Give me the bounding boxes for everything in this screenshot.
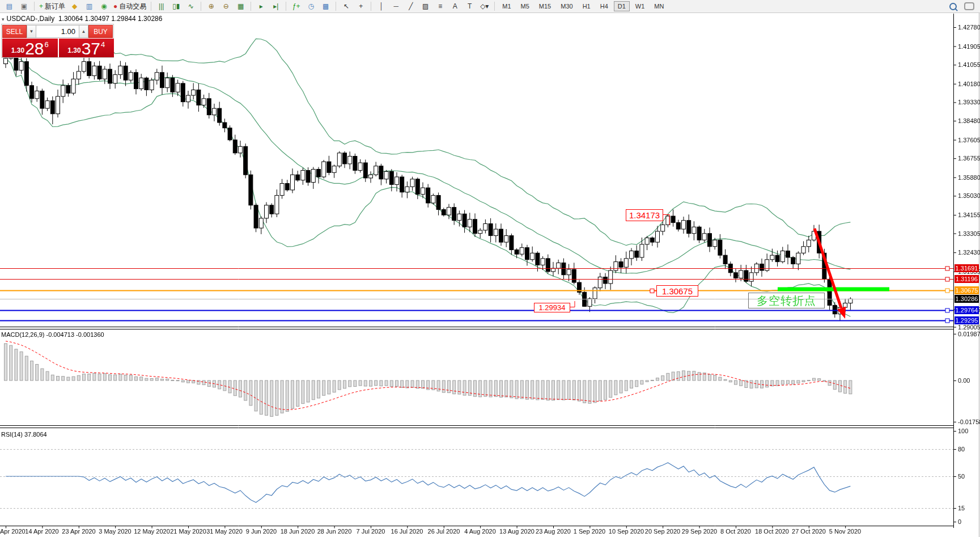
zoom-out-icon[interactable]: ⊖: [219, 1, 233, 12]
data-window-icon[interactable]: ▥: [82, 1, 96, 12]
buy-price-display[interactable]: 1.30 37 4: [59, 39, 114, 57]
text-icon[interactable]: A: [448, 1, 462, 12]
price-level-label: 1.30675: [954, 286, 979, 294]
timeframe-mn[interactable]: MN: [650, 1, 668, 11]
trade-prices-row: 1.30 28 6 1.30 37 4: [2, 39, 114, 57]
sell-price-prefix: 1.30: [11, 46, 24, 54]
line-chart-icon[interactable]: ∿: [184, 1, 198, 12]
periods-icon: ◷: [308, 1, 314, 12]
cursor-icon[interactable]: ↖: [339, 1, 353, 12]
timeframe-w1[interactable]: W1: [631, 1, 649, 11]
navigator-icon[interactable]: ◉: [97, 1, 111, 12]
price-level-label: 1.31691: [954, 264, 979, 272]
indicators-icon: ƒ+: [292, 1, 300, 12]
volume-increase-button[interactable]: ▲: [79, 25, 88, 38]
auto-scroll-icon[interactable]: ▸: [254, 1, 268, 12]
toolbar-separator: [336, 2, 336, 11]
rsi-scale-label: 50: [958, 473, 965, 480]
rsi-scale-label: 15: [958, 505, 965, 511]
cursor-icon: ↖: [343, 1, 349, 12]
equidistant-channel-icon[interactable]: ▨: [418, 1, 432, 12]
peak-price-callout[interactable]: 1.34173: [626, 209, 663, 221]
fibonacci-icon[interactable]: ≡: [433, 1, 447, 12]
data-window-icon: ▥: [86, 1, 92, 12]
volume-decrease-button[interactable]: ▼: [27, 25, 36, 38]
toolbar-separator: [34, 2, 35, 11]
chart-title: ▾USDCAD-,Daily 1.30064 1.30497 1.29844 1…: [2, 15, 162, 23]
candlestick-chart-icon[interactable]: ▯▮: [169, 1, 183, 12]
price-axis-tick: 1.35030: [958, 192, 980, 199]
price-axis-tick: 1.38480: [958, 117, 980, 124]
navigator-icon: ◉: [101, 1, 107, 12]
price-axis-tick: 1.34155: [958, 212, 980, 218]
price-axis-tick: 1.33305: [958, 230, 980, 237]
crosshair-icon: +: [359, 1, 363, 12]
bar-chart-icon[interactable]: |||: [154, 1, 168, 12]
trendline-icon: ╱: [409, 1, 413, 12]
crosshair-icon[interactable]: +: [354, 1, 368, 12]
buy-button[interactable]: BUY: [88, 25, 113, 38]
autotrading-button-label: 自动交易: [119, 2, 146, 11]
zoom-out-icon: ⊖: [223, 1, 229, 12]
profiles-icon[interactable]: ▣: [17, 1, 31, 12]
macd-scale-label: 0.019878: [958, 331, 980, 337]
search-icon[interactable]: [949, 3, 957, 10]
mt4-window: ▤▣+新订单◆▥◉●自动交易|||▯▮∿⊕⊖▦▸▸|ƒ+◷▩↖+│─╱▨≡AT◇…: [0, 0, 980, 537]
toolbar-separator: [251, 2, 251, 11]
vertical-line-icon[interactable]: │: [374, 1, 388, 12]
chart-shift-icon[interactable]: ▸|: [269, 1, 283, 12]
fibonacci-icon: ≡: [438, 1, 442, 12]
chart-ohlc-values: 1.30064 1.30497 1.29844 1.30286: [58, 15, 163, 23]
horizontal-line-icon[interactable]: ─: [389, 1, 403, 12]
autotrading-button[interactable]: ●自动交易: [112, 1, 148, 12]
chat-icon[interactable]: [964, 2, 974, 10]
tile-windows-icon: ▦: [237, 1, 244, 12]
equidistant-channel-icon: ▨: [422, 1, 429, 12]
timeframe-d1[interactable]: D1: [614, 1, 630, 11]
new-order-button: +: [39, 1, 43, 12]
text-label-icon[interactable]: T: [463, 1, 477, 12]
price-axis-tick: 1.37605: [958, 137, 980, 143]
trendline-icon[interactable]: ╱: [404, 1, 418, 12]
marketwatch-icon[interactable]: ◆: [67, 1, 82, 12]
vertical-line-icon: │: [379, 1, 384, 12]
indicators-icon[interactable]: ƒ+: [289, 1, 303, 12]
marketwatch-icon: ◆: [72, 1, 77, 12]
macd-indicator-label: MACD(12,26,9) -0.004713 -0.001360: [1, 331, 104, 338]
support-level-callout[interactable]: 1.30675: [656, 285, 698, 297]
chart-area[interactable]: [0, 0, 980, 537]
bull-bear-turning-point-note[interactable]: 多空转折点: [748, 293, 825, 308]
templates-icon[interactable]: ▩: [319, 1, 333, 12]
low-price-callout[interactable]: 1.29934: [534, 303, 570, 312]
timeframe-m30[interactable]: M30: [557, 1, 576, 11]
timeframe-m15[interactable]: M15: [535, 1, 555, 11]
sell-price-display[interactable]: 1.30 28 6: [2, 39, 58, 57]
volume-input[interactable]: [36, 25, 79, 38]
timeframe-h1[interactable]: H1: [579, 1, 595, 11]
price-axis-tick: 1.32430: [958, 249, 980, 256]
price-level-label: 1.31196: [954, 275, 979, 283]
timeframe-m1[interactable]: M1: [498, 1, 515, 11]
zoom-in-icon[interactable]: ⊕: [204, 1, 218, 12]
periods-icon[interactable]: ◷: [304, 1, 318, 12]
chart-menu-icon[interactable]: ▾: [2, 16, 5, 22]
toolbar-separator: [201, 2, 201, 11]
price-axis-tick: 1.36755: [958, 155, 980, 162]
price-axis-tick: 1.41905: [958, 43, 980, 50]
rsi-scale-label: 0: [958, 518, 961, 525]
timeframe-h4[interactable]: H4: [596, 1, 612, 11]
price-axis-tick: 1.41055: [958, 61, 980, 68]
tile-windows-icon[interactable]: ▦: [234, 1, 248, 12]
sell-button[interactable]: SELL: [2, 25, 27, 38]
rsi-scale-label: 100: [958, 428, 968, 434]
new-order-button[interactable]: +新订单: [37, 1, 67, 12]
profiles-icon: ▣: [21, 1, 27, 12]
bar-chart-icon: |||: [159, 1, 164, 12]
one-click-trading-panel: SELL ▼ ▲ BUY 1.30 28 6 1.30 37 4: [1, 24, 114, 58]
timeframe-m5[interactable]: M5: [517, 1, 533, 11]
arrows-icon[interactable]: ◇▾: [477, 1, 491, 12]
text-icon: A: [453, 1, 457, 12]
chart-window-icon[interactable]: ▤: [2, 1, 16, 12]
rsi-scale-label: 80: [958, 446, 965, 453]
rsi-indicator-label: RSI(14) 37.8064: [1, 431, 47, 438]
